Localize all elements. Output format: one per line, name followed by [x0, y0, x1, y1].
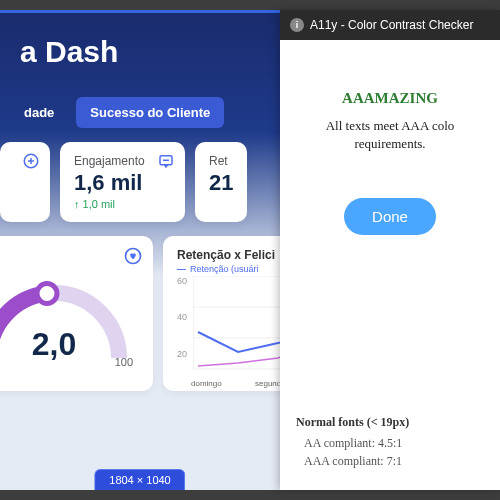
- gauge-max: 100: [115, 356, 133, 368]
- card-retention-chart[interactable]: Retenção x Felici Retenção (usuári 60 40…: [163, 236, 280, 391]
- card-delta: ↑ 1,0 mil: [74, 198, 171, 210]
- panel-footer: Normal fonts (< 19px) AA compliant: 4.5:…: [280, 415, 500, 490]
- footer-heading: Normal fonts (< 19px): [296, 415, 484, 430]
- card-label: Ret: [209, 154, 233, 168]
- aaa-line: AAA compliant: 7:1: [296, 452, 484, 470]
- dashboard-pane: a Dash dade Sucesso do Cliente Engajamen…: [0, 10, 280, 490]
- line-chart: 60 40 20 domingo segu: [177, 276, 280, 386]
- svg-point-6: [37, 284, 57, 304]
- result-heading: AAAMAZING: [296, 90, 484, 107]
- heart-icon: [123, 246, 143, 270]
- gauge-value: 2,0: [32, 326, 76, 363]
- aa-line: AA compliant: 4.5:1: [296, 434, 484, 452]
- x-tick: domingo: [191, 379, 222, 388]
- info-icon: i: [290, 18, 304, 32]
- chart-title: Retenção x Felici: [177, 248, 280, 262]
- gauge-title: ente: [0, 248, 139, 262]
- gauge-chart: 2,0 0 100: [0, 268, 139, 368]
- card-retention-cut[interactable]: Ret 21: [195, 142, 247, 222]
- tab-left[interactable]: dade: [10, 97, 68, 128]
- tabs-row: dade Sucesso do Cliente: [10, 97, 280, 128]
- card-prev[interactable]: [0, 142, 50, 222]
- card-value: 21: [209, 170, 233, 196]
- card-gauge[interactable]: ente 2,0 0 100: [0, 236, 153, 391]
- chart-legend: Retenção (usuári: [177, 264, 280, 274]
- page-title: a Dash: [20, 13, 280, 69]
- y-tick: 40: [177, 312, 187, 322]
- chat-icon: [157, 152, 175, 174]
- panel-title: A11y - Color Contrast Checker: [310, 18, 473, 32]
- done-button[interactable]: Done: [344, 198, 436, 235]
- plus-icon: [22, 152, 40, 174]
- viewport-size-pill[interactable]: 1804 × 1040: [94, 469, 185, 490]
- a11y-panel: i A11y - Color Contrast Checker AAAMAZIN…: [280, 10, 500, 490]
- card-engagement[interactable]: Engajamento 1,6 mil ↑ 1,0 mil: [60, 142, 185, 222]
- y-tick: 20: [177, 349, 187, 359]
- panel-header: i A11y - Color Contrast Checker: [280, 10, 500, 40]
- tab-customer-success[interactable]: Sucesso do Cliente: [76, 97, 224, 128]
- x-tick: segunda-feira: [255, 379, 280, 388]
- y-tick: 60: [177, 276, 187, 286]
- result-message: All texts meet AAA colo requirements.: [296, 117, 484, 153]
